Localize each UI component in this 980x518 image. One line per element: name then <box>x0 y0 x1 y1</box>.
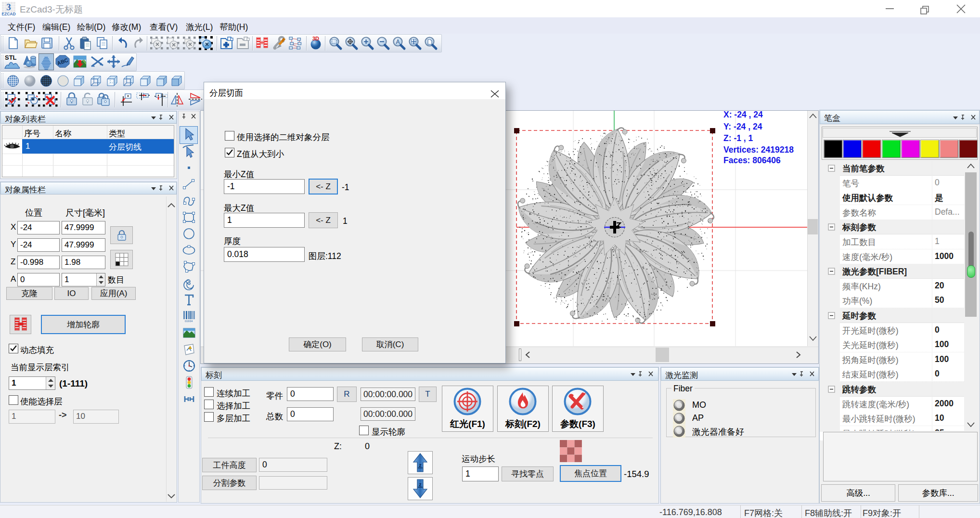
svg-text:z: z <box>419 462 422 468</box>
svg-text:Z: -1 , 1: Z: -1 , 1 <box>723 133 753 143</box>
svg-text:3: 3 <box>6 2 11 12</box>
svg-text:Faces: 806406: Faces: 806406 <box>723 155 781 165</box>
svg-text:EZCAD: EZCAD <box>2 12 16 16</box>
svg-text:3D: 3D <box>312 36 319 41</box>
svg-text:A: A <box>396 39 400 45</box>
svg-text:STL: STL <box>5 54 17 61</box>
svg-text:01934: 01934 <box>185 320 193 323</box>
svg-text:Vertices: 2419218: Vertices: 2419218 <box>723 145 794 155</box>
svg-text:Y: -24 , 24: Y: -24 , 24 <box>723 122 762 131</box>
svg-text:z: z <box>419 481 422 487</box>
svg-text:X: -24 , 24: X: -24 , 24 <box>723 111 763 119</box>
